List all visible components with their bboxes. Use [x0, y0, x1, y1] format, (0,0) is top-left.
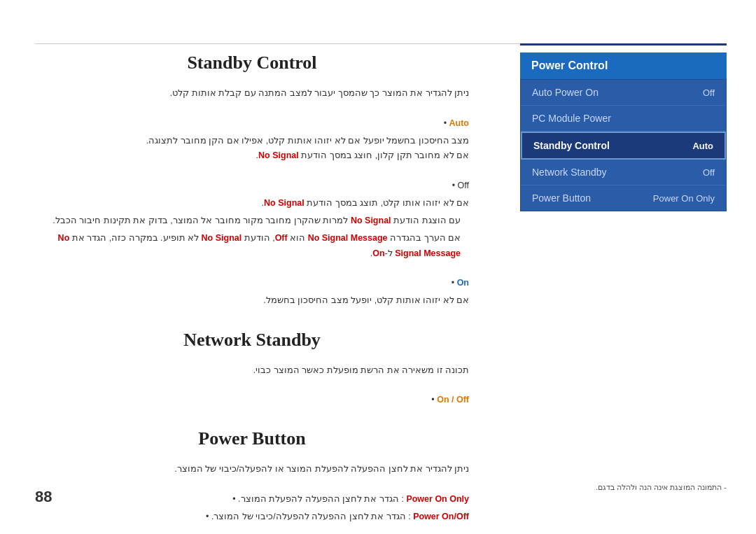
no-signal-3: No Signal — [351, 216, 391, 225]
on-val: On — [372, 248, 384, 258]
panel-row-network-standby[interactable]: Network Standby Off — [521, 160, 726, 185]
off-subbullet2: אם הערך בהגדרה No Signal Message הוא Off… — [35, 231, 469, 261]
power-button-label: Power Button — [532, 192, 591, 204]
off-label: Off — [458, 181, 469, 190]
page-number: 88 — [35, 488, 52, 506]
on-label: On — [457, 278, 469, 288]
power-on-off-bullet: Power On/Off : הגדר את לחצן ההפעלה להפעל… — [35, 510, 469, 524]
bullet-dot-poweronly: • — [232, 492, 235, 507]
on-line1: אם לא יזוהו אותות קלט, יופעל מצב החיסכון… — [35, 293, 469, 308]
panel-row-pc-module[interactable]: PC Module Power — [521, 106, 726, 132]
no-signal-1: No Signal — [258, 150, 299, 160]
panel-row-power-button[interactable]: Power Button Power On Only — [521, 185, 726, 211]
panel-header: Power Control — [520, 52, 727, 79]
bullet-dot-onoff: • — [431, 393, 434, 407]
auto-label: Auto — [449, 118, 469, 128]
power-on-off-text: : הגדר את לחצן ההפעלה להפעלה/כיבוי של המ… — [211, 512, 411, 521]
panel-row-auto-power-on[interactable]: Auto Power On Off — [521, 80, 726, 106]
bullet-dot-on: • — [451, 276, 454, 290]
power-on-only-text: : הגדר את לחצן ההפעלה להפעלת המוצר. — [238, 494, 404, 504]
power-button-body: ניתן להגדיר את לחצן ההפעלה להפעלת המוצר … — [35, 462, 469, 524]
on-off-label: On / Off — [437, 395, 469, 405]
main-content-area: Standby Control ניתן להגדיר את המוצר כך … — [35, 52, 469, 534]
power-button-section: Power Button ניתן להגדיר את לחצן ההפעלה … — [35, 428, 469, 524]
power-control-panel: Power Control Auto Power On Off PC Modul… — [520, 52, 727, 211]
network-standby-section: Network Standby תכונה זו משאירה את הרשת … — [35, 330, 469, 408]
bullet-dot-off: • — [452, 178, 455, 193]
auto-line2: אם לא מחובר תקן קלון, חוצג במסך הודעת No… — [35, 148, 469, 163]
standby-control-section: Standby Control ניתן להגדיר את המוצר כך … — [35, 52, 469, 309]
standby-control-body: ניתן להגדיר את המוצר כך שהמסך יעבור למצב… — [35, 86, 469, 309]
power-on-only-label: Power On Only — [406, 494, 469, 504]
footnote: - התמונה המוצגת אינה הנה ולהלה בדגם. — [596, 483, 727, 492]
network-intro: תכונה זו משאירה את הרשת מופעלת כאשר המוצ… — [35, 363, 469, 378]
no-signal-msg-2: No Signal Message — [58, 233, 461, 258]
standby-control-title: Standby Control — [35, 52, 469, 73]
off-line1: אם לא יזוהו אותו קלט, תוצג במסך הודעת No… — [35, 196, 469, 211]
standby-on-bullet: On • — [35, 276, 469, 290]
panel-body: Auto Power On Off PC Module Power Standb… — [520, 79, 727, 211]
standby-control-value: Auto — [692, 141, 713, 151]
no-signal-msg-1: No Signal Message — [308, 233, 388, 243]
network-standby-label: Network Standby — [532, 167, 607, 178]
panel-top-bar — [520, 43, 727, 45]
standby-intro: ניתן להגדיר את המוצר כך שהמסך יעבור למצב… — [35, 86, 469, 101]
power-button-value: Power On Only — [653, 193, 715, 204]
network-on-off-bullet: On / Off • — [35, 393, 469, 407]
power-intro: ניתן להגדיר את לחצן ההפעלה להפעלת המוצר … — [35, 462, 469, 477]
bullet-dot-poweronoff: • — [206, 510, 209, 524]
network-standby-value: Off — [703, 167, 715, 178]
off-subbullet1: עם הוצגת הודעת No Signal למרות שהקרן מחו… — [35, 213, 469, 228]
standby-control-label: Standby Control — [533, 140, 610, 151]
power-on-only-bullet: Power On Only : הגדר את לחצן ההפעלה להפע… — [35, 492, 469, 507]
network-standby-title: Network Standby — [35, 330, 469, 351]
network-standby-body: תכונה זו משאירה את הרשת מופעלת כאשר המוצ… — [35, 363, 469, 408]
no-signal-2: No Signal — [264, 198, 304, 208]
off-val: Off — [275, 233, 288, 243]
auto-power-on-value: Off — [703, 87, 715, 98]
standby-off-bullet: Off • — [35, 178, 469, 193]
no-signal-4: No Signal — [202, 233, 242, 243]
panel-row-standby-control[interactable]: Standby Control Auto — [521, 132, 726, 160]
power-on-off-label: Power On/Off — [413, 512, 469, 521]
standby-auto-bullet: Auto • — [35, 116, 469, 131]
auto-power-on-label: Auto Power On — [532, 87, 598, 98]
pc-module-label: PC Module Power — [532, 113, 611, 124]
auto-line1: מצב החיסכון בחשמל יופעל אם לא יזוהו אותו… — [35, 134, 469, 148]
power-button-title: Power Button — [35, 428, 469, 449]
bullet-dot-auto: • — [444, 116, 447, 131]
